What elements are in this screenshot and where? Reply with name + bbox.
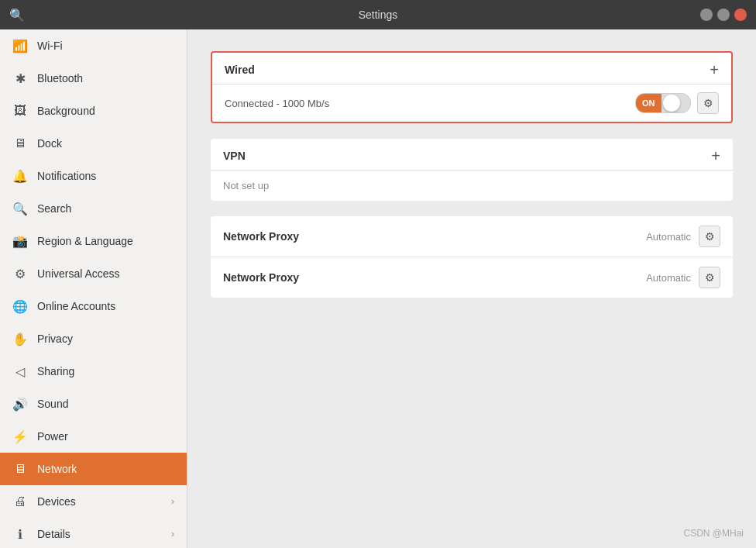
network-icon: 🖥 <box>12 462 28 476</box>
bluetooth-icon: ✱ <box>12 71 28 86</box>
vpn-section-header: VPN + <box>211 139 733 170</box>
sidebar-item-label-bluetooth: Bluetooth <box>37 72 174 84</box>
sidebar-item-label-dock: Dock <box>37 137 174 150</box>
connection-controls: ON ⚙ <box>635 92 719 114</box>
sidebar-item-notifications[interactable]: 🔔Notifications <box>0 160 187 192</box>
power-icon: ⚡ <box>12 429 28 444</box>
sidebar-item-label-sharing: Sharing <box>37 365 174 377</box>
sidebar-item-label-details: Details <box>37 528 162 540</box>
proxy-row-1[interactable]: Network ProxyAutomatic⚙ <box>211 257 733 298</box>
sidebar-item-label-sound: Sound <box>37 398 174 410</box>
sidebar-item-label-wifi: Wi-Fi <box>37 40 174 52</box>
details-icon: ℹ <box>12 527 28 542</box>
sidebar-item-devices[interactable]: 🖨Devices› <box>0 485 187 518</box>
sound-icon: 🔊 <box>12 397 28 412</box>
sidebar-item-label-power: Power <box>37 430 174 443</box>
sidebar-item-label-online-accounts: Online Accounts <box>37 300 174 312</box>
toggle-on-label: ON <box>636 94 662 112</box>
proxy-value-1: Automatic <box>646 272 691 284</box>
sidebar-item-label-devices: Devices <box>37 495 162 508</box>
wired-section-header: Wired + <box>212 53 731 84</box>
search-icon: 🔍 <box>12 202 28 216</box>
proxy-row-0[interactable]: Network ProxyAutomatic⚙ <box>211 216 733 257</box>
proxy-right-0: Automatic⚙ <box>646 226 720 247</box>
sidebar-item-power[interactable]: ⚡Power <box>0 420 187 453</box>
devices-icon: 🖨 <box>12 495 28 508</box>
window-controls <box>700 9 747 21</box>
sidebar-item-region-language[interactable]: 📸Region & Language <box>0 225 187 257</box>
main-content: Wired + Connected - 1000 Mb/s ON ⚙ VPN + <box>187 29 756 548</box>
sidebar-item-label-notifications: Notifications <box>37 170 174 182</box>
wired-toggle[interactable]: ON <box>635 93 691 113</box>
search-icon[interactable]: 🔍 <box>9 8 25 22</box>
network-proxy-section: Network ProxyAutomatic⚙Network ProxyAuto… <box>211 216 733 298</box>
wired-section: Wired + Connected - 1000 Mb/s ON ⚙ <box>211 51 733 123</box>
background-icon: 🖼 <box>12 104 28 118</box>
wired-add-button[interactable]: + <box>710 62 719 78</box>
sidebar-item-label-region-language: Region & Language <box>37 235 174 247</box>
proxy-value-0: Automatic <box>646 231 691 243</box>
maximize-button[interactable] <box>717 9 730 21</box>
wired-title: Wired <box>225 64 255 76</box>
region-language-icon: 📸 <box>12 234 28 249</box>
sidebar-item-universal-access[interactable]: ⚙Universal Access <box>0 257 187 290</box>
wired-gear-button[interactable]: ⚙ <box>697 92 719 114</box>
vpn-not-setup-label: Not set up <box>223 180 269 191</box>
sharing-icon: ◁ <box>12 364 28 379</box>
vpn-section: VPN + Not set up <box>211 139 733 201</box>
watermark: CSDN @MHai <box>683 528 744 539</box>
sidebar: 📶Wi-Fi✱Bluetooth🖼Background🖥Dock🔔Notific… <box>0 29 187 548</box>
universal-access-icon: ⚙ <box>12 267 28 281</box>
sidebar-item-details[interactable]: ℹDetails› <box>0 518 187 548</box>
vpn-not-setup: Not set up <box>211 170 733 201</box>
wired-connection-row: Connected - 1000 Mb/s ON ⚙ <box>212 84 731 122</box>
proxy-label-0: Network Proxy <box>223 230 299 243</box>
sidebar-chevron-details: › <box>171 529 174 539</box>
close-button[interactable] <box>734 9 747 21</box>
sidebar-item-wifi[interactable]: 📶Wi-Fi <box>0 29 187 62</box>
sidebar-item-privacy[interactable]: ✋Privacy <box>0 322 187 355</box>
notifications-icon: 🔔 <box>12 169 28 184</box>
app-title: Settings <box>359 9 398 21</box>
sidebar-item-search[interactable]: 🔍Search <box>0 192 187 225</box>
toggle-thumb <box>663 95 680 112</box>
privacy-icon: ✋ <box>12 332 28 346</box>
sidebar-item-label-search: Search <box>37 202 174 215</box>
sidebar-item-network[interactable]: 🖥Network <box>0 453 187 485</box>
dock-icon: 🖥 <box>12 136 28 150</box>
sidebar-item-dock[interactable]: 🖥Dock <box>0 127 187 160</box>
online-accounts-icon: 🌐 <box>12 299 28 314</box>
sidebar-item-label-universal-access: Universal Access <box>37 267 174 280</box>
sidebar-item-label-privacy: Privacy <box>37 333 174 345</box>
proxy-label-1: Network Proxy <box>223 271 299 284</box>
vpn-add-button[interactable]: + <box>711 148 720 164</box>
connection-status: Connected - 1000 Mb/s <box>225 98 329 109</box>
sidebar-item-label-background: Background <box>37 105 174 117</box>
minimize-button[interactable] <box>700 9 713 21</box>
sidebar-chevron-devices: › <box>171 496 174 507</box>
proxy-gear-button-0[interactable]: ⚙ <box>699 226 720 247</box>
sidebar-item-background[interactable]: 🖼Background <box>0 95 187 127</box>
vpn-title: VPN <box>223 150 246 162</box>
sidebar-item-sharing[interactable]: ◁Sharing <box>0 355 187 388</box>
wifi-icon: 📶 <box>12 39 28 53</box>
proxy-right-1: Automatic⚙ <box>646 267 720 288</box>
sidebar-item-label-network: Network <box>37 463 174 475</box>
sidebar-item-online-accounts[interactable]: 🌐Online Accounts <box>0 290 187 322</box>
sidebar-item-sound[interactable]: 🔊Sound <box>0 388 187 420</box>
proxy-gear-button-1[interactable]: ⚙ <box>699 267 720 288</box>
sidebar-item-bluetooth[interactable]: ✱Bluetooth <box>0 62 187 95</box>
